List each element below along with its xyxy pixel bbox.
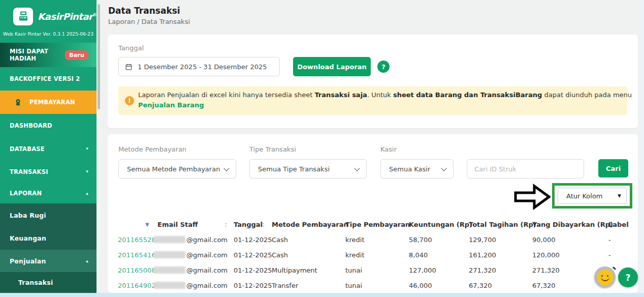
keuntungan-cell: 8,040 <box>409 251 428 259</box>
annotation-arrow-icon <box>514 184 551 210</box>
smiley-mouth <box>601 277 609 281</box>
table-row[interactable]: 201164902 @gmail.com 01-12-2025 Transfer… <box>108 282 638 292</box>
sort-down-icon: ▾ <box>225 225 227 228</box>
table-row[interactable]: 201165528 @gmail.com 01-12-2025 Cash kre… <box>108 236 638 246</box>
email-domain: @gmail.com <box>186 266 228 274</box>
app-version: Web Kasir Pintar Ver. 0.3.1 2025-06-23 <box>0 32 96 37</box>
date-label: Tanggal <box>118 44 144 52</box>
feedback-smiley-button[interactable] <box>594 266 616 288</box>
tipe-transaksi-value: Semua Tipe Transaksi <box>258 165 330 173</box>
help-fab-button[interactable]: ? <box>618 268 638 287</box>
help-icon[interactable]: ? <box>377 61 390 73</box>
sidebar-item-label: BACKOFFICE VERSI 2 <box>10 75 80 82</box>
sidebar-subitem-transaksi-active[interactable]: Transaksi <box>0 272 96 293</box>
sidebar-subitem-keuangan[interactable]: Keuangan <box>0 227 96 250</box>
col-metode-pembayaran[interactable]: Metode Pembayaran <box>272 221 348 228</box>
sidebar-item-transaksi[interactable]: TRANSAKSI ▾ <box>0 160 96 183</box>
penjualan-barang-link[interactable]: Penjualan Barang <box>138 101 204 109</box>
tipe-cell: kredit <box>345 251 365 259</box>
metode-cell: Cash <box>272 251 288 259</box>
app-logo[interactable]: KasirPintar® <box>0 4 96 28</box>
date-range-value: 1 Desember 2025 - 31 Desember 2025 <box>138 63 267 71</box>
dibayar-cell: 271,320 <box>532 266 560 274</box>
notice-banner: ! Laporan Penjualan di excel kini hanya … <box>118 86 627 115</box>
sidebar-item-backoffice[interactable]: BACKOFFICE VERSI 2 <box>0 67 96 91</box>
atur-kolom-highlight: Atur Kolom ▼ <box>552 183 632 209</box>
col-tipe-pembayaran[interactable]: Tipe Pembayaran <box>345 221 410 228</box>
table-row[interactable]: 201165008 @gmail.com 01-12-2025 Multipay… <box>108 266 638 277</box>
kasir-select[interactable]: Semua Kasir <box>380 159 454 179</box>
col-total-tagihan[interactable]: Total Tagihan (Rp) <box>469 221 536 228</box>
tipe-transaksi-select[interactable]: Semua Tipe Transaksi <box>249 159 367 179</box>
sidebar-item-misi-dapat-hadiah[interactable]: MISI DAPAT HADIAH Baru <box>0 43 96 67</box>
email-cell: @gmail.com <box>154 236 186 244</box>
notice-bold2: sheet data Barang dan TransaksiBarang <box>393 91 542 99</box>
col-tanggal[interactable]: Tanggal <box>234 221 263 228</box>
sidebar-item-pembayaran[interactable]: PEMBAYARAN <box>0 91 96 114</box>
table-row[interactable]: 201165416 @gmail.com 01-12-2025 Cash kre… <box>108 251 638 261</box>
dibayar-cell: 67,320 <box>532 282 556 289</box>
caret-down-icon: ▼ <box>618 193 621 198</box>
warning-icon: ! <box>125 96 134 105</box>
download-laporan-button[interactable]: Download Laporan <box>293 57 371 76</box>
sidebar-item-label: MISI DAPAT HADIAH <box>10 48 61 62</box>
medal-icon <box>14 98 22 107</box>
sidebar-item-dashboard[interactable]: DASHBOARD <box>0 114 96 137</box>
tipe-transaksi-label: Tipe Transaksi <box>249 145 296 153</box>
sort-icon[interactable]: ▴▾ <box>263 222 264 228</box>
col-label[interactable]: Label <box>608 221 629 228</box>
col-keuntungan[interactable]: Keuntungan (Rp) <box>409 221 472 228</box>
keuntungan-cell: 58,700 <box>409 236 432 244</box>
sidebar-scrollbar-track[interactable] <box>96 0 101 293</box>
metode-pembayaran-label: Metode Pembayaran <box>118 145 186 153</box>
atur-kolom-select[interactable]: Atur Kolom ▼ <box>558 188 627 204</box>
transaction-id-link[interactable]: 201165416 <box>118 251 155 259</box>
redacted-email <box>154 236 185 243</box>
tipe-cell: tunai <box>345 266 362 274</box>
chevron-down-icon <box>354 165 360 171</box>
transaction-id-link[interactable]: 201165528 <box>118 236 155 244</box>
sidebar-item-laporan[interactable]: LAPORAN ▴ <box>0 183 96 203</box>
atur-kolom-value: Atur Kolom <box>566 192 603 200</box>
sidebar-scrollbar-thumb[interactable] <box>98 4 100 109</box>
email-cell: @gmail.com <box>154 251 186 259</box>
tanggal-cell: 01-12-2025 <box>234 282 272 289</box>
metode-pembayaran-select[interactable]: Semua Metode Pembayaran <box>118 159 236 179</box>
kasir-label: Kasir <box>380 145 397 153</box>
sidebar-subitem-penjualan[interactable]: Penjualan ▴ <box>0 250 96 272</box>
chevron-down-icon: ▾ <box>86 169 88 174</box>
dibayar-cell: 90,000 <box>532 236 556 244</box>
redacted-email <box>154 282 185 289</box>
sidebar: KasirPintar® Web Kasir Pintar Ver. 0.3.1… <box>0 0 96 293</box>
breadcrumb: Laporan / Data Transaksi <box>108 18 190 25</box>
sidebar-item-database[interactable]: DATABASE ▾ <box>0 137 96 160</box>
sidebar-item-label: PEMBAYARAN <box>29 99 75 106</box>
sidebar-subitem-laba-rugi[interactable]: Laba Rugi <box>0 203 96 227</box>
sidebar-item-label: Transaksi <box>18 279 53 286</box>
transaction-id-link[interactable]: 201165008 <box>118 266 155 274</box>
notice-part2: . Untuk <box>367 91 393 99</box>
sort-desc-icon[interactable]: ▼ <box>145 222 149 227</box>
notice-text: Laporan Penjualan di excel kini hanya te… <box>138 91 632 99</box>
metode-cell: Cash <box>272 236 288 244</box>
sidebar-item-label: TRANSAKSI <box>10 168 48 175</box>
date-report-card: Tanggal 1 Desember 2025 - 31 Desember 20… <box>108 35 638 128</box>
chevron-up-icon: ▴ <box>86 259 88 263</box>
total-cell: 67,320 <box>469 282 492 289</box>
col-yang-dibayarkan[interactable]: Yang Dibayarkan (Rp) <box>532 221 613 228</box>
registered-mark: ® <box>93 13 97 17</box>
app-name: KasirPintar® <box>38 11 96 22</box>
date-range-picker[interactable]: 1 Desember 2025 - 31 Desember 2025 <box>118 57 280 76</box>
col-email-staff[interactable]: Email Staff <box>157 221 198 228</box>
cari-button[interactable]: Cari <box>598 159 628 177</box>
email-domain: @gmail.com <box>186 236 228 244</box>
transaction-id-link[interactable]: 201164902 <box>118 282 155 289</box>
dibayar-cell: 120,000 <box>532 251 560 259</box>
total-cell: 271,320 <box>469 266 496 274</box>
email-domain: @gmail.com <box>186 251 228 259</box>
total-cell: 129,700 <box>469 236 496 244</box>
sort-icon[interactable]: ▴▾ <box>225 222 227 228</box>
email-domain: @gmail.com <box>186 282 228 289</box>
search-id-struk-input[interactable]: Cari ID Struk <box>467 159 584 179</box>
page-scrollbar-track[interactable] <box>639 0 644 293</box>
